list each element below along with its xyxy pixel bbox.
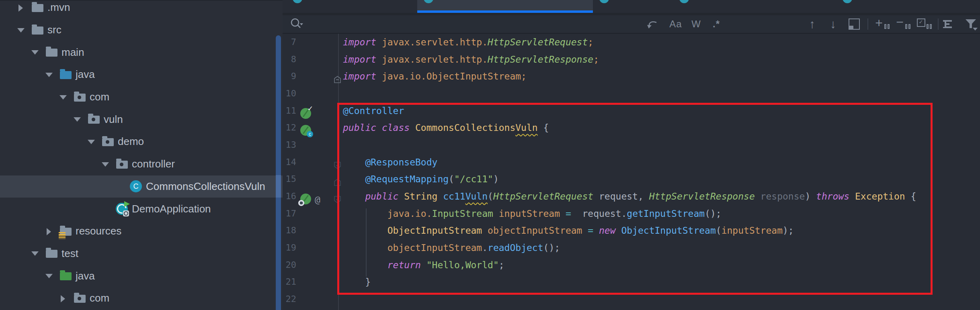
package-icon xyxy=(102,138,114,146)
words-button[interactable]: W xyxy=(687,15,705,33)
open-in-find-window-button[interactable] xyxy=(942,15,961,33)
tree-item-label: main xyxy=(62,46,88,59)
regex-label: .* xyxy=(713,18,720,30)
tree-item-DemoApplication[interactable]: DemoApplication xyxy=(0,198,283,220)
remove-occurrence-button[interactable]: − xyxy=(893,15,914,33)
tree-item-java[interactable]: java xyxy=(0,265,283,287)
code-token: ; xyxy=(593,54,599,65)
spring-bean-icon[interactable] xyxy=(300,108,311,119)
search-icon[interactable] xyxy=(287,15,305,33)
chevron-right-icon[interactable] xyxy=(45,228,52,235)
line-number[interactable]: 19 xyxy=(283,243,296,260)
editor-tab-strip xyxy=(283,0,980,13)
tree-item-java[interactable]: java xyxy=(0,63,283,86)
editor-tab-active[interactable] xyxy=(417,0,593,13)
filter-in-selection-button[interactable] xyxy=(845,15,863,33)
folder-icon xyxy=(46,49,57,57)
tree-item-label: test xyxy=(62,247,82,260)
test-folder-icon xyxy=(60,272,72,280)
tree-item-vuln[interactable]: vuln xyxy=(0,108,283,131)
code-line[interactable]: import javax.servlet.http.HttpServletReq… xyxy=(343,37,593,54)
tab-file-icon[interactable] xyxy=(599,0,609,3)
line-number[interactable]: 16 xyxy=(283,191,296,208)
tree-item-label: src xyxy=(47,24,66,36)
match-case-label: Aa xyxy=(669,18,682,30)
code-token: javax.servlet.http. xyxy=(382,37,488,47)
tree-item-src[interactable]: src xyxy=(0,19,283,41)
previous-occurrence-button[interactable]: ↑ xyxy=(804,15,821,33)
chevron-down-icon[interactable] xyxy=(101,161,109,168)
line-number[interactable]: 14 xyxy=(283,157,296,174)
search-input[interactable] xyxy=(308,16,640,32)
line-number[interactable]: 11 xyxy=(283,106,296,123)
line-number[interactable]: 17 xyxy=(283,208,296,226)
chevron-down-icon[interactable] xyxy=(73,116,80,123)
tree-item-com[interactable]: com xyxy=(0,86,283,108)
line-number[interactable]: 8 xyxy=(283,54,296,71)
chevron-down-icon[interactable] xyxy=(17,27,24,34)
line-number[interactable]: 15 xyxy=(283,174,296,191)
vulnerability-highlight-box xyxy=(337,103,933,295)
next-occurrence-button[interactable]: ↓ xyxy=(824,15,842,33)
tree-item-test[interactable]: test xyxy=(0,243,283,265)
line-number[interactable]: 20 xyxy=(283,260,296,277)
chevron-down-icon[interactable] xyxy=(45,272,52,279)
tree-item-label: .mvn xyxy=(47,1,74,14)
tab-file-icon[interactable] xyxy=(293,0,302,3)
tree-item-label: com xyxy=(90,292,113,304)
select-all-occurrences-button[interactable]: ✓ xyxy=(913,15,935,33)
chevron-down-icon[interactable] xyxy=(59,94,66,101)
line-number[interactable]: 10 xyxy=(283,88,296,106)
editor-line-8: 8import javax.servlet.http.HttpServletRe… xyxy=(283,54,980,71)
resources-folder-icon xyxy=(60,228,72,236)
code-line[interactable]: import java.io.ObjectInputStream; xyxy=(343,71,527,88)
match-case-button[interactable]: Aa xyxy=(665,15,686,33)
chevron-down-icon[interactable] xyxy=(45,71,52,78)
newline-icon[interactable] xyxy=(644,15,660,33)
chevron-down-icon[interactable] xyxy=(31,250,38,257)
tree-item-demo[interactable]: demo xyxy=(0,131,283,153)
code-token: import xyxy=(343,71,382,82)
code-token: import xyxy=(343,54,382,65)
code-line[interactable]: import javax.servlet.http.HttpServletRes… xyxy=(343,54,599,71)
arrow-spacer xyxy=(115,183,123,190)
tab-file-icon[interactable] xyxy=(843,0,852,3)
tree-item-label: java xyxy=(76,270,99,282)
regex-button[interactable]: .* xyxy=(707,15,726,33)
tree-item-label: demo xyxy=(118,135,148,148)
at-annotation-gutter-icon: @ xyxy=(315,194,320,205)
tree-item-CommonsCollectionsVuln[interactable]: CCommonsCollectionsVuln xyxy=(0,175,283,198)
fold-marker-icon[interactable] xyxy=(334,76,341,83)
code-token: HttpServletResponse xyxy=(488,54,593,65)
find-bar: Aa W .* ↑ ↓ + − ✓ xyxy=(283,15,980,34)
line-number[interactable]: 21 xyxy=(283,277,296,294)
tab-file-icon[interactable] xyxy=(679,0,689,3)
add-occurrence-button[interactable]: + xyxy=(872,15,893,33)
chevron-down-icon[interactable] xyxy=(87,138,94,145)
chevron-right-icon[interactable] xyxy=(59,295,66,302)
line-number[interactable]: 13 xyxy=(283,140,296,157)
tree-item-label: CommonsCollectionsVuln xyxy=(146,180,269,193)
line-number[interactable]: 22 xyxy=(283,294,296,310)
tree-item-com[interactable]: com xyxy=(0,287,283,310)
line-number[interactable]: 18 xyxy=(283,225,296,243)
code-token: HttpServletRequest xyxy=(488,37,588,47)
filter-search-results-button[interactable] xyxy=(962,15,980,33)
spring-request-mapping-icon[interactable] xyxy=(300,194,311,204)
line-number[interactable]: 7 xyxy=(283,37,296,54)
chevron-right-icon[interactable] xyxy=(17,4,24,11)
tree-item-main[interactable]: main xyxy=(0,41,283,63)
chevron-down-icon[interactable] xyxy=(31,49,38,56)
caret-bars-icon xyxy=(927,24,932,29)
line-number[interactable]: 9 xyxy=(283,71,296,88)
project-scrollbar-thumb[interactable] xyxy=(276,175,281,198)
tree-item-.mvn[interactable]: .mvn xyxy=(0,0,283,19)
line-number[interactable]: 12 xyxy=(283,122,296,140)
words-label: W xyxy=(691,18,701,30)
project-scrollbar[interactable] xyxy=(276,35,281,310)
divider xyxy=(867,18,868,30)
tree-item-resources[interactable]: resources xyxy=(0,220,283,243)
tree-item-controller[interactable]: controller xyxy=(0,153,283,175)
caret-bars-icon xyxy=(905,24,910,29)
spring-controller-icon[interactable]: c xyxy=(300,125,311,136)
